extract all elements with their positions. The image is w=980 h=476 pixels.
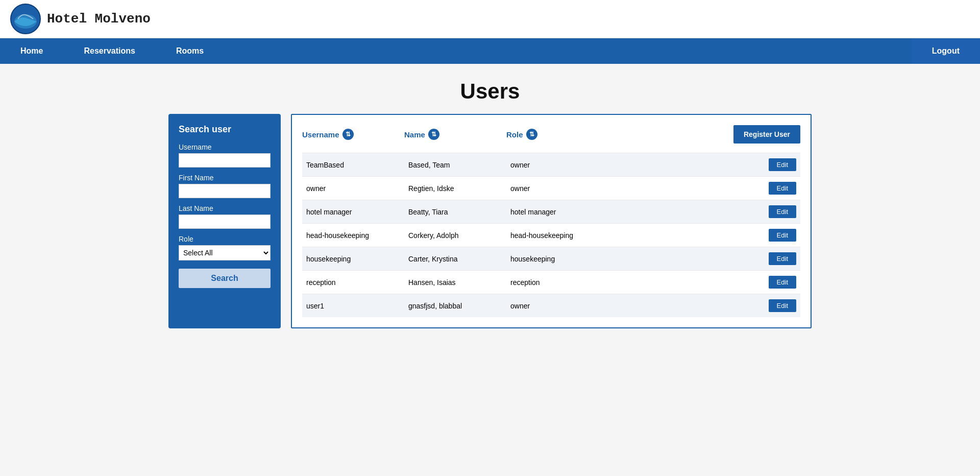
role-select[interactable]: Select All owner hotel manager head-hous… (179, 245, 271, 260)
register-user-button[interactable]: Register User (733, 125, 800, 144)
sort-role-icon[interactable]: ⇅ (526, 129, 537, 140)
role-label: Role (179, 235, 271, 243)
cell-action: Edit (608, 180, 800, 197)
table-row: reception Hansen, Isaias reception Edit (302, 270, 800, 294)
cell-name: gnasfjsd, blabbal (404, 300, 506, 312)
cell-action: Edit (608, 250, 800, 267)
logout-button[interactable]: Logout (912, 38, 980, 64)
col-header-role: Role ⇅ (506, 129, 608, 140)
edit-button[interactable]: Edit (769, 252, 796, 265)
cell-role: owner (506, 182, 608, 195)
cell-name: Beatty, Tiara (404, 206, 506, 218)
cell-name: Based, Team (404, 159, 506, 171)
table-rows: TeamBased Based, Team owner Edit owner R… (302, 153, 800, 317)
table-row: user1 gnasfjsd, blabbal owner Edit (302, 294, 800, 317)
cell-role: housekeeping (506, 253, 608, 265)
app-title: Hotel Molveno (47, 11, 151, 27)
header: Hotel Molveno (0, 0, 980, 38)
cell-username: TeamBased (302, 159, 404, 171)
table-header: Username ⇅ Name ⇅ Role ⇅ Register User (302, 125, 800, 148)
cell-username: head-housekeeping (302, 229, 404, 242)
table-row: owner Regtien, Idske owner Edit (302, 176, 800, 200)
search-button[interactable]: Search (179, 269, 271, 288)
search-panel: Search user Username First Name Last Nam… (168, 114, 281, 328)
sort-username-icon[interactable]: ⇅ (342, 129, 354, 140)
cell-name: Hansen, Isaias (404, 276, 506, 289)
sort-name-icon[interactable]: ⇅ (428, 129, 439, 140)
lastname-input[interactable] (179, 215, 271, 229)
cell-role: owner (506, 300, 608, 312)
cell-username: reception (302, 276, 404, 289)
firstname-input[interactable] (179, 184, 271, 198)
page-title: Users (0, 79, 980, 104)
main-content: Search user Username First Name Last Nam… (158, 114, 822, 349)
edit-button[interactable]: Edit (769, 276, 796, 289)
table-row: housekeeping Carter, Krystina housekeepi… (302, 247, 800, 270)
nav-rooms[interactable]: Rooms (156, 38, 224, 64)
cell-role: owner (506, 159, 608, 171)
username-label: Username (179, 143, 271, 151)
cell-name: Regtien, Idske (404, 182, 506, 195)
edit-button[interactable]: Edit (769, 182, 796, 195)
table-row: head-housekeeping Corkery, Adolph head-h… (302, 223, 800, 247)
cell-username: housekeeping (302, 253, 404, 265)
username-input[interactable] (179, 153, 271, 168)
cell-username: hotel manager (302, 206, 404, 218)
navigation: Home Reservations Rooms Logout (0, 38, 980, 64)
edit-button[interactable]: Edit (769, 205, 796, 218)
cell-username: user1 (302, 300, 404, 312)
cell-action: Edit (608, 297, 800, 314)
col-header-name: Name ⇅ (404, 129, 506, 140)
cell-action: Edit (608, 156, 800, 173)
cell-action: Edit (608, 227, 800, 244)
col-header-username: Username ⇅ (302, 129, 404, 140)
cell-action: Edit (608, 203, 800, 220)
cell-username: owner (302, 182, 404, 195)
table-row: TeamBased Based, Team owner Edit (302, 153, 800, 176)
cell-name: Carter, Krystina (404, 253, 506, 265)
cell-role: reception (506, 276, 608, 289)
search-panel-title: Search user (179, 124, 271, 135)
edit-button[interactable]: Edit (769, 158, 796, 171)
lastname-label: Last Name (179, 204, 271, 212)
users-table-area: Username ⇅ Name ⇅ Role ⇅ Register User T… (291, 114, 812, 328)
edit-button[interactable]: Edit (769, 229, 796, 242)
edit-button[interactable]: Edit (769, 299, 796, 312)
table-row: hotel manager Beatty, Tiara hotel manage… (302, 200, 800, 223)
firstname-label: First Name (179, 174, 271, 182)
cell-name: Corkery, Adolph (404, 229, 506, 242)
cell-role: hotel manager (506, 206, 608, 218)
col-header-action: Register User (608, 125, 800, 144)
cell-action: Edit (608, 274, 800, 291)
logo-icon (10, 4, 41, 34)
nav-home[interactable]: Home (0, 38, 63, 64)
nav-reservations[interactable]: Reservations (63, 38, 156, 64)
cell-role: head-housekeeping (506, 229, 608, 242)
